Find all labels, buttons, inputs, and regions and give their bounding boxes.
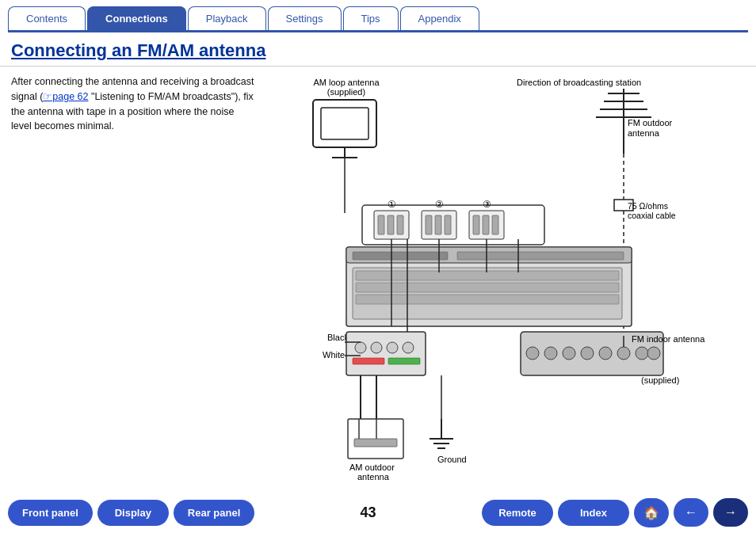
term-2: [371, 342, 382, 353]
am-loop-inner: [321, 108, 368, 139]
am-loop-label: AM loop antenna: [313, 78, 380, 87]
ground-label: Ground: [437, 455, 467, 464]
circ-conn-2: [544, 347, 557, 360]
coaxial-label: 75 Ω/ohms: [628, 201, 668, 211]
am-outdoor-label2: antenna: [357, 472, 390, 482]
rear-panel-button[interactable]: Rear panel: [174, 500, 254, 526]
fm-indoor-supplied-label: (supplied): [641, 375, 679, 385]
display-button[interactable]: Display: [97, 500, 169, 526]
tab-contents[interactable]: Contents: [8, 6, 86, 30]
tab-playback[interactable]: Playback: [188, 6, 266, 30]
diagram-panel: AM loop antenna (supplied) Direction of …: [265, 74, 745, 497]
am-outdoor-connector: [354, 439, 397, 447]
fm-outdoor-label: FM outdoor: [628, 118, 673, 128]
receiver-display: [353, 252, 448, 260]
recv-conn-row3: [356, 295, 619, 304]
direction-label: Direction of broadcasting station: [517, 78, 641, 87]
back-button[interactable]: ←: [674, 498, 708, 527]
circle-1: ①: [388, 199, 396, 210]
circ-conn-5: [599, 347, 612, 360]
conn3-pin3: [492, 215, 498, 234]
conn3-pin2: [483, 215, 489, 234]
text-panel: After connecting the antenna and receivi…: [11, 74, 257, 497]
index-button[interactable]: Index: [558, 500, 629, 526]
circ-conn-8: [647, 347, 660, 360]
tab-settings[interactable]: Settings: [268, 6, 342, 30]
conn1-pin3: [397, 215, 403, 234]
conn1-pin2: [388, 215, 394, 234]
am-loop-outer: [313, 100, 376, 147]
coaxial-label2: coaxial cable: [628, 211, 676, 220]
forward-button[interactable]: →: [713, 498, 748, 527]
content-area: After connecting the antenna and receivi…: [0, 71, 756, 497]
green-strip: [388, 358, 420, 364]
page-number: 43: [361, 504, 376, 521]
remote-button[interactable]: Remote: [482, 500, 553, 526]
term-4: [403, 342, 414, 353]
fm-indoor-label: FM indoor antenna: [632, 334, 705, 344]
red-strip: [353, 358, 384, 364]
circ-conn-1: [526, 347, 539, 360]
terminal-block: [346, 332, 426, 375]
circ-conn-6: [617, 347, 630, 360]
term-1: [355, 342, 366, 353]
body-paragraph: After connecting the antenna and receivi…: [11, 74, 257, 134]
conn3-pin1: [473, 215, 479, 234]
tab-appendix[interactable]: Appendix: [400, 6, 479, 30]
diagram-svg: AM loop antenna (supplied) Direction of …: [265, 74, 745, 494]
am-loop-supplied-label: (supplied): [327, 87, 365, 97]
tab-tips[interactable]: Tips: [343, 6, 399, 30]
page-title: Connecting an FM/AM antenna: [0, 32, 756, 67]
front-panel-button[interactable]: Front panel: [8, 500, 93, 526]
circ-conn-3: [563, 347, 575, 360]
bottom-nav: Front panel Display Rear panel 43 Remote…: [0, 492, 756, 533]
term-3: [387, 342, 398, 353]
white-label: White: [323, 350, 345, 360]
recv-conn-row2: [356, 283, 619, 292]
nav-tabs: Contents Connections Playback Settings T…: [0, 0, 756, 30]
receiver-buttons: [457, 252, 624, 260]
circ-conn-4: [581, 347, 594, 360]
circle-2: ②: [435, 199, 444, 210]
tab-connections[interactable]: Connections: [87, 6, 186, 30]
recv-conn-row1: [356, 271, 619, 280]
home-button[interactable]: 🏠: [634, 498, 669, 527]
conn2-pin1: [426, 215, 432, 234]
circ-conn-7: [636, 347, 648, 360]
page-link[interactable]: ☞page 62: [43, 91, 88, 102]
fm-outdoor-label2: antenna: [628, 128, 660, 138]
circle-3: ③: [483, 199, 491, 210]
conn2-pin2: [435, 215, 441, 234]
am-outdoor-label: AM outdoor: [349, 463, 395, 472]
conn1-pin1: [378, 215, 384, 234]
conn2-pin3: [445, 215, 451, 234]
